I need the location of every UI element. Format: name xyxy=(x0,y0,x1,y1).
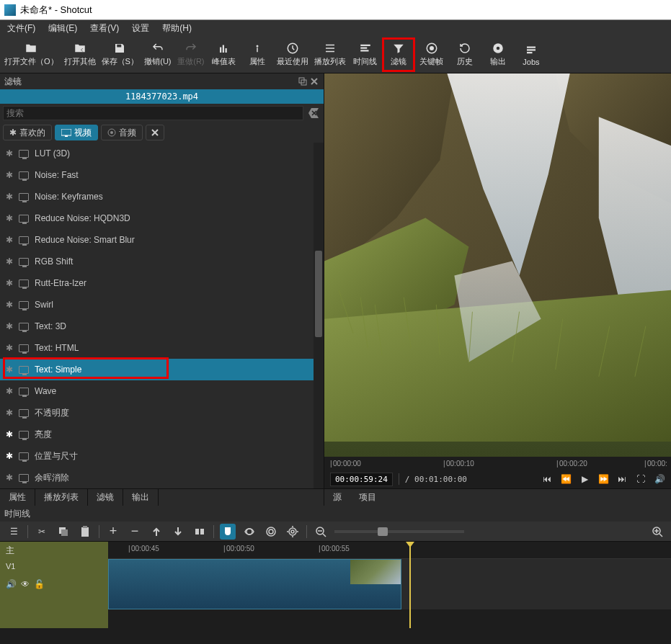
fullscreen-icon[interactable]: ⛶ xyxy=(635,473,646,485)
filter-item[interactable]: ✱LUT (3D) xyxy=(0,143,324,164)
zoom-handle[interactable] xyxy=(378,527,388,536)
filter-item[interactable]: ✱Wave xyxy=(0,380,324,402)
favorite-star-icon[interactable]: ✱ xyxy=(6,365,13,375)
cut-icon[interactable]: ✂ xyxy=(34,524,50,540)
favorite-star-icon[interactable]: ✱ xyxy=(6,429,13,439)
timecode-position[interactable]: 00:00:59:24 xyxy=(330,473,393,486)
lock-icon[interactable]: 🔓 xyxy=(34,579,45,589)
playlist-button[interactable]: 播放列表 xyxy=(311,37,349,72)
tab-source[interactable]: 源 xyxy=(324,489,350,506)
filter-item[interactable]: ✱Text: Simple xyxy=(0,359,324,380)
filter-item[interactable]: ✱Swirl xyxy=(0,294,324,316)
filter-list[interactable]: ✱LUT (3D)✱Noise: Fast✱Noise: Keyframes✱R… xyxy=(0,143,324,488)
master-track-header[interactable]: 主 xyxy=(0,542,108,559)
menu-settings[interactable]: 设置 xyxy=(128,21,154,36)
tab-project[interactable]: 项目 xyxy=(350,489,385,506)
scrollbar-thumb[interactable] xyxy=(315,251,322,337)
filter-item[interactable]: ✱Rutt-Etra-Izer xyxy=(0,272,324,294)
favorite-star-icon[interactable]: ✱ xyxy=(6,256,13,267)
snap-icon[interactable] xyxy=(220,524,236,540)
panel-float-icon[interactable] xyxy=(298,76,308,86)
skip-start-icon[interactable]: ⏮ xyxy=(541,473,553,485)
tab-filters[interactable]: 滤镜 xyxy=(88,489,123,506)
filter-tab-favorite[interactable]: ✱喜欢的 xyxy=(3,125,52,140)
export-button[interactable]: 输出 xyxy=(481,37,515,72)
playhead[interactable] xyxy=(409,542,411,628)
favorite-star-icon[interactable]: ✱ xyxy=(6,386,13,396)
hide-icon[interactable]: 👁 xyxy=(21,579,30,589)
tab-properties[interactable]: 属性 xyxy=(0,489,35,506)
open-other-button[interactable]: 打开其他 xyxy=(61,37,99,72)
play-icon[interactable]: ▶ xyxy=(579,473,590,485)
favorite-star-icon[interactable]: ✱ xyxy=(6,192,13,202)
favorite-star-icon[interactable]: ✱ xyxy=(6,451,13,461)
tab-export[interactable]: 输出 xyxy=(123,489,159,506)
filter-item[interactable]: ✱Noise: Keyframes xyxy=(0,186,324,207)
redo-button[interactable]: 重做(R) xyxy=(174,37,208,72)
keyframes-button[interactable]: 关键帧 xyxy=(415,37,448,72)
video-track-header[interactable]: V1 🔊 👁 🔓 xyxy=(0,559,108,628)
preview-ruler[interactable]: |00:00:00 |00:00:10 |00:00:20 |00:00: xyxy=(324,457,671,470)
timeline-menu-icon[interactable]: ☰ xyxy=(6,524,22,540)
history-button[interactable]: 历史 xyxy=(448,37,481,72)
ripple-all-icon[interactable] xyxy=(285,524,301,540)
volume-icon[interactable]: 🔊 xyxy=(654,473,665,485)
menu-view[interactable]: 查看(V) xyxy=(86,21,123,36)
rewind-icon[interactable]: ⏪ xyxy=(560,473,572,485)
filter-item[interactable]: ✱Text: 3D xyxy=(0,316,324,337)
scrub-icon[interactable] xyxy=(241,524,257,540)
filter-item[interactable]: ✱RGB Shift xyxy=(0,251,324,272)
paste-icon[interactable] xyxy=(77,524,93,540)
peak-meter-button[interactable]: 峰值表 xyxy=(208,37,241,72)
save-button[interactable]: 保存（S） xyxy=(99,37,141,72)
append-icon[interactable]: + xyxy=(105,524,121,540)
forward-icon[interactable]: ⏩ xyxy=(597,473,609,485)
jobs-button[interactable]: Jobs xyxy=(515,37,548,72)
filters-button[interactable]: 滤镜 xyxy=(382,37,415,72)
clear-search-icon[interactable] xyxy=(306,106,321,120)
filter-item[interactable]: ✱余晖消除 xyxy=(0,467,324,488)
favorite-star-icon[interactable]: ✱ xyxy=(6,213,13,223)
remove-icon[interactable]: − xyxy=(127,524,143,540)
menu-help[interactable]: 帮助(H) xyxy=(158,21,196,36)
video-track-row[interactable] xyxy=(108,559,671,609)
favorite-star-icon[interactable]: ✱ xyxy=(6,235,13,245)
filter-tab-audio[interactable]: 音频 xyxy=(101,125,143,140)
video-preview[interactable] xyxy=(324,73,671,457)
filter-search-input[interactable] xyxy=(3,106,303,120)
panel-close-icon[interactable] xyxy=(309,76,319,86)
tab-playlist[interactable]: 播放列表 xyxy=(35,489,88,506)
menu-file[interactable]: 文件(F) xyxy=(3,21,40,36)
filter-item[interactable]: ✱Reduce Noise: Smart Blur xyxy=(0,229,324,251)
timeline-button[interactable]: 时间线 xyxy=(349,37,382,72)
filter-item[interactable]: ✱Text: HTML xyxy=(0,337,324,359)
undo-button[interactable]: 撤销(U) xyxy=(141,37,174,72)
zoom-in-icon[interactable] xyxy=(649,524,665,540)
filter-tab-video[interactable]: 视频 xyxy=(55,125,98,140)
filter-tab-close[interactable] xyxy=(146,125,164,140)
filter-item[interactable]: ✱不透明度 xyxy=(0,402,324,424)
favorite-star-icon[interactable]: ✱ xyxy=(6,343,13,353)
favorite-star-icon[interactable]: ✱ xyxy=(6,473,13,483)
skip-end-icon[interactable]: ⏭ xyxy=(616,473,628,485)
filter-item[interactable]: ✱位置与尺寸 xyxy=(0,445,324,467)
overwrite-icon[interactable] xyxy=(170,524,186,540)
filter-item[interactable]: ✱Reduce Noise: HQDN3D xyxy=(0,207,324,229)
mute-icon[interactable]: 🔊 xyxy=(6,579,17,589)
split-icon[interactable] xyxy=(192,524,208,540)
open-file-button[interactable]: 打开文件（O） xyxy=(1,37,61,72)
filter-item[interactable]: ✱Noise: Fast xyxy=(0,164,324,186)
zoom-slider[interactable] xyxy=(334,530,464,533)
zoom-out-icon[interactable] xyxy=(313,524,329,540)
scrollbar[interactable] xyxy=(314,143,324,488)
lift-icon[interactable] xyxy=(148,524,164,540)
menu-edit[interactable]: 编辑(E) xyxy=(44,21,81,36)
favorite-star-icon[interactable]: ✱ xyxy=(6,278,13,288)
ripple-icon[interactable] xyxy=(263,524,279,540)
timeline-ruler[interactable]: |00:00:45 |00:00:50 |00:00:55 xyxy=(108,542,671,559)
recent-button[interactable]: 最近使用 xyxy=(274,37,311,72)
favorite-star-icon[interactable]: ✱ xyxy=(6,408,13,418)
favorite-star-icon[interactable]: ✱ xyxy=(6,148,13,158)
video-clip[interactable] xyxy=(108,559,401,609)
copy-icon[interactable] xyxy=(55,524,71,540)
